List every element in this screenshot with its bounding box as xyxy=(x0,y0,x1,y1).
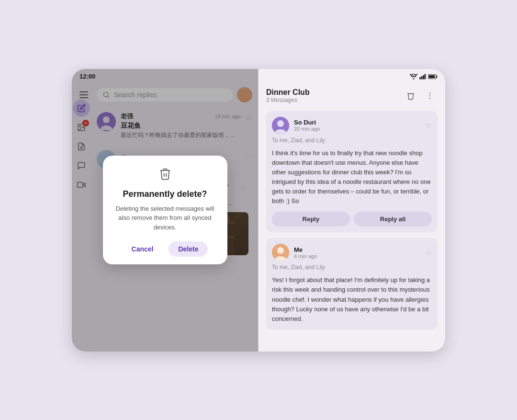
msg-sender-info-2: Me 4 min ago xyxy=(294,246,420,259)
status-bar-right xyxy=(258,69,445,84)
msg-time-2: 4 min ago xyxy=(294,253,420,259)
trash-btn-icon xyxy=(406,91,415,100)
messages-list: So Duri 20 min ago ☆ To me, Ziad, and Li… xyxy=(258,107,445,352)
message-header-2: Me 4 min ago ☆ xyxy=(272,244,432,261)
dialog-message: Deleting the selected messages will also… xyxy=(112,204,218,232)
device-frame: 12:00 Search replies xyxy=(72,69,445,352)
status-icons xyxy=(410,74,438,79)
header-actions xyxy=(403,88,438,103)
svg-rect-30 xyxy=(428,75,435,78)
battery-icon xyxy=(428,74,438,79)
reply-all-button[interactable]: Reply all xyxy=(354,212,432,227)
svg-point-23 xyxy=(413,78,415,79)
msg-avatar-1 xyxy=(272,117,289,134)
dialog-buttons: Cancel Delete xyxy=(112,241,218,257)
svg-rect-26 xyxy=(423,75,424,79)
svg-rect-27 xyxy=(425,74,426,79)
svg-point-38 xyxy=(277,247,284,254)
msg-to-1: To me, Ziad, and Lily xyxy=(272,137,432,144)
message-card-2: Me 4 min ago ☆ To me, Ziad, and Lily Yes… xyxy=(266,238,438,329)
more-options-button[interactable] xyxy=(422,88,438,103)
svg-rect-29 xyxy=(436,75,437,77)
msg-star-1[interactable]: ☆ xyxy=(425,121,432,130)
svg-rect-24 xyxy=(419,77,421,79)
trash-icon xyxy=(158,167,172,181)
svg-point-31 xyxy=(429,92,430,93)
email-header: Dinner Club 3 Messages xyxy=(258,84,445,107)
dialog-title: Permanently delete? xyxy=(112,189,218,199)
msg-avatar-2 xyxy=(272,244,289,261)
msg-star-2[interactable]: ☆ xyxy=(425,248,432,257)
svg-rect-25 xyxy=(421,76,423,79)
dialog-overlay: Permanently delete? Deleting the selecte… xyxy=(72,69,258,352)
left-panel: 12:00 Search replies xyxy=(72,69,258,352)
msg-time-1: 20 min ago xyxy=(294,126,420,132)
reply-button[interactable]: Reply xyxy=(272,212,350,227)
email-thread-title: Dinner Club 3 Messages xyxy=(266,88,399,103)
msg-avatar-img-1 xyxy=(272,117,289,134)
svg-point-33 xyxy=(429,98,430,99)
msg-body-2: Yes! I forgot about that place! I'm defi… xyxy=(272,275,432,324)
dialog-delete-icon xyxy=(112,167,218,183)
right-panel: Dinner Club 3 Messages xyxy=(258,69,445,352)
message-header-1: So Duri 20 min ago ☆ xyxy=(272,117,432,134)
more-icon xyxy=(426,91,434,100)
cancel-button[interactable]: Cancel xyxy=(122,241,163,257)
dialog-box: Permanently delete? Deleting the selecte… xyxy=(103,156,227,265)
msg-avatar-img-2 xyxy=(272,244,289,261)
msg-sender-info-1: So Duri 20 min ago xyxy=(294,119,420,132)
thread-count: 3 Messages xyxy=(266,97,399,103)
msg-sender-name-1: So Duri xyxy=(294,119,420,126)
thread-name: Dinner Club xyxy=(266,88,399,97)
svg-point-32 xyxy=(429,95,430,96)
svg-point-35 xyxy=(277,120,284,127)
message-card-1: So Duri 20 min ago ☆ To me, Ziad, and Li… xyxy=(266,111,438,233)
msg-actions-1: Reply Reply all xyxy=(272,212,432,227)
delete-button[interactable]: Delete xyxy=(169,241,208,257)
msg-to-2: To me, Ziad, and Lily xyxy=(272,264,432,271)
wifi-icon xyxy=(410,74,417,79)
msg-body-1: I think it's time for us to finally try … xyxy=(272,148,432,206)
trash-button[interactable] xyxy=(403,88,418,103)
signal-icon xyxy=(419,74,426,79)
msg-sender-name-2: Me xyxy=(294,246,420,253)
